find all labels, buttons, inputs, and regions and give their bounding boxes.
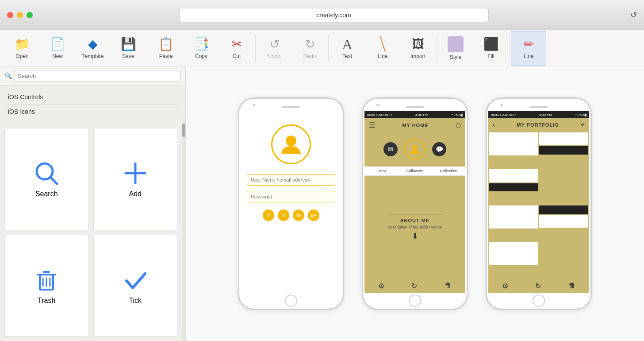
canvas-area[interactable]: f t in g+ 0000 CARRIER 4:00 PM — [186, 66, 644, 341]
phone-2-profile-area: ✉ 💬 — [364, 132, 465, 167]
icon-cell-search[interactable]: Search — [4, 128, 89, 230]
toolbar-line[interactable]: ╱ Line — [365, 31, 400, 66]
twitter-btn[interactable]: t — [278, 209, 289, 221]
toolbar-separator-3 — [328, 35, 329, 62]
chrome-bar: creately.com ↺ — [0, 0, 644, 30]
portfolio-item-3b[interactable] — [489, 183, 538, 191]
svg-point-10 — [286, 136, 296, 146]
toolbar-undo[interactable]: ↺ Undo — [257, 31, 292, 66]
linkedin-btn[interactable]: in — [293, 209, 304, 221]
style-icon — [448, 36, 464, 52]
refresh-button[interactable]: ↺ — [630, 10, 637, 20]
password-input[interactable] — [247, 191, 335, 202]
phone-2-title: MY HOME — [375, 123, 456, 128]
facebook-btn[interactable]: f — [263, 209, 274, 221]
url-bar[interactable]: creately.com — [179, 8, 489, 22]
template-icon: ◆ — [88, 37, 98, 51]
sidebar-item-ios-icons[interactable]: iOS Icons — [6, 105, 179, 119]
toolbar-import[interactable]: 🖼 Import — [400, 31, 436, 66]
phone-1-home — [285, 294, 297, 307]
portfolio-item-3[interactable] — [489, 169, 538, 182]
sidebar-item-ios-controls[interactable]: iOS Controls — [6, 90, 179, 105]
add-portfolio-icon[interactable]: + — [581, 121, 585, 129]
ios-icons-label: iOS Icons — [8, 108, 35, 115]
toolbar-save[interactable]: 💾 Save — [111, 31, 146, 66]
traffic-lights — [7, 12, 33, 18]
portfolio-item-6[interactable] — [539, 215, 588, 228]
p3-statusbar-left: 0000 CARRIER — [491, 113, 516, 117]
toolbar-paste[interactable]: 📋 Paste — [148, 31, 184, 66]
icon-cell-add[interactable]: Add — [93, 128, 178, 230]
phone-3-screen: 0000 CARRIER 4:00 PM * 75%▮ ‹ MY PORTFOL… — [488, 111, 589, 293]
portfolio-item-5[interactable] — [489, 205, 538, 229]
down-arrow-icon: ⬇ — [412, 231, 418, 241]
p3-settings-icon[interactable]: ⚙ — [502, 282, 508, 290]
traffic-light-yellow[interactable] — [17, 12, 23, 18]
toolbar-new[interactable]: 📄 New — [40, 31, 75, 66]
hamburger-icon[interactable]: ☰ — [369, 121, 375, 129]
tick-icon-svg — [122, 267, 149, 293]
search-bar: 🔍 — [0, 66, 185, 85]
tab-followers[interactable]: Followers — [398, 167, 432, 175]
sidebar-scrollbar[interactable] — [182, 124, 185, 341]
phone-3-speaker — [530, 106, 548, 108]
undo-label: Undo — [268, 53, 281, 59]
statusbar-right: * 75%▮ — [452, 113, 463, 117]
trash-footer-icon[interactable]: 🗑 — [445, 282, 452, 290]
portfolio-item-2[interactable] — [539, 132, 588, 145]
tick-icon-label: Tick — [129, 297, 142, 305]
portfolio-item-2b[interactable] — [539, 146, 588, 155]
toolbar-cut[interactable]: ✂ Cut — [219, 31, 254, 66]
p3-statusbar-time: 4:00 PM — [539, 113, 552, 117]
portfolio-item-6b[interactable] — [539, 205, 588, 214]
import-icon: 🖼 — [412, 37, 424, 51]
refresh-icon[interactable]: ↻ — [411, 282, 417, 290]
portfolio-item-7[interactable] — [489, 242, 538, 265]
phone-3-footer: ⚙ ↻ 🗑 — [488, 279, 589, 293]
tab-collection[interactable]: Collection — [432, 167, 465, 175]
toolbar-text[interactable]: A Text — [330, 31, 365, 66]
toolbar-fill[interactable]: ⬛ Fill — [473, 31, 509, 66]
p3-refresh-icon[interactable]: ↻ — [535, 282, 541, 290]
settings-icon[interactable]: ⚙ — [378, 282, 384, 290]
redo-label: Redo — [303, 53, 316, 59]
icon-cell-tick[interactable]: Tick — [93, 235, 178, 337]
toolbar-copy[interactable]: 📑 Copy — [184, 31, 219, 66]
toolbar-redo[interactable]: ↻ Redo — [292, 31, 327, 66]
toolbar: 📁 Open 📄 New ◆ Template 💾 Save 📋 Paste 📑… — [0, 30, 644, 66]
p3-trash-icon[interactable]: 🗑 — [568, 282, 575, 290]
phone-3-header: ‹ MY PORTFOLIO + — [488, 118, 589, 132]
undo-icon: ↺ — [269, 37, 280, 51]
traffic-light-red[interactable] — [7, 12, 13, 18]
cut-label: Cut — [233, 53, 241, 59]
paste-label: Paste — [159, 53, 173, 59]
portfolio-item-4[interactable] — [539, 169, 588, 192]
email-icon[interactable]: ✉ — [383, 142, 398, 156]
portfolio-item-8[interactable] — [539, 242, 588, 265]
phone-2-home: 0000 CARRIER 4:00 PM * 75%▮ ☰ MY HOME ⬡ … — [362, 97, 468, 310]
chat-icon[interactable]: 💬 — [432, 142, 446, 156]
share-icon[interactable]: ⬡ — [456, 122, 461, 129]
profile-icon[interactable] — [405, 139, 425, 159]
username-input[interactable] — [247, 174, 335, 186]
icon-cell-trash[interactable]: Trash — [4, 235, 89, 337]
traffic-light-green[interactable] — [27, 12, 33, 18]
tab-likes[interactable]: Likes — [364, 167, 398, 175]
toolbar-line-active[interactable]: ✏ Line — [511, 31, 546, 66]
phone-3-title: MY PORTFOLIO — [495, 122, 580, 128]
portfolio-item-1[interactable] — [489, 132, 538, 155]
profile-svg — [409, 143, 421, 155]
toolbar-open[interactable]: 📁 Open — [4, 31, 40, 66]
phone-3-top — [487, 99, 590, 111]
phone-2-dot — [376, 104, 379, 106]
phone-2-header: ☰ MY HOME ⬡ — [364, 118, 465, 132]
about-desc: description of my skills / works — [388, 225, 441, 229]
phone-3-portfolio: 0000 CARRIER 4:00 PM * 75%▮ ‹ MY PORTFOL… — [486, 97, 592, 310]
toolbar-style[interactable]: Style — [438, 31, 473, 66]
google-btn[interactable]: g+ — [308, 209, 319, 221]
search-icon-svg — [33, 160, 60, 186]
toolbar-template[interactable]: ◆ Template — [75, 31, 111, 66]
about-title: ABOUT ME — [400, 218, 430, 223]
copy-icon: 📑 — [194, 37, 209, 51]
search-input[interactable] — [15, 70, 181, 81]
